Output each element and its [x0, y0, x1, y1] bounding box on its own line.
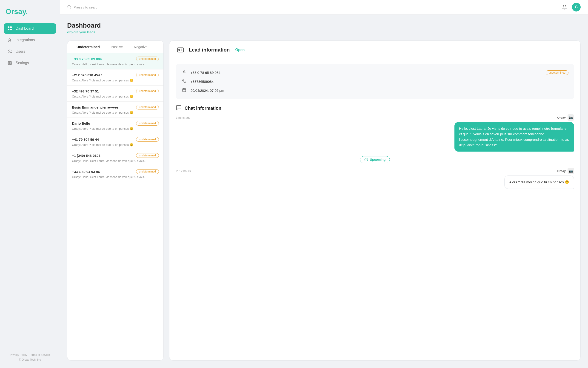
status-badge: undetermined [136, 73, 159, 77]
phone-display-row: +33 0 78 65 89 084 undetermined [181, 68, 569, 77]
status-badge: undetermined [136, 121, 159, 126]
list-item[interactable]: +33 6 80 94 93 96 undetermined Orsay: He… [67, 166, 163, 182]
svg-point-4 [9, 50, 10, 52]
chat-info-section: Chat information [169, 104, 580, 114]
svg-point-6 [68, 5, 70, 8]
chat-message-row: 3 mins ago Orsay 📷 Hello, c'est Laura! J… [176, 114, 574, 152]
lead-details-box: +33 0 78 65 89 084 undetermined +3378658… [176, 64, 574, 99]
users-icon [7, 49, 12, 54]
chat-sender: Orsay [557, 116, 566, 119]
svg-rect-2 [8, 29, 9, 30]
lead-name: +212 070 018 454 1 [72, 73, 103, 77]
list-item[interactable]: +212 070 018 454 1 undetermined Orsay: A… [67, 69, 163, 86]
date-row: 20/04/2024, 07:26 pm [181, 86, 569, 95]
tab-undetermined[interactable]: Undetermined [71, 41, 105, 53]
open-link[interactable]: Open [235, 48, 245, 52]
phone-raw-text: +33786589084 [191, 80, 569, 83]
chat-bubble-white: Alors ? dis moi ce que tu en penses 😊 [504, 175, 574, 189]
search-area[interactable]: Press / to search [67, 5, 558, 10]
lead-preview: Orsay: Alors ? dis moi ce que tu en pens… [72, 79, 159, 82]
status-badge: undetermined [136, 169, 159, 174]
user-avatar[interactable]: G [572, 3, 581, 11]
topbar: Press / to search G [60, 0, 588, 15]
leads-list: +33 0 78 65 89 084 undetermined Orsay: H… [67, 53, 163, 360]
puzzle-icon [7, 37, 12, 43]
lead-name: +33 6 80 94 93 96 [72, 170, 100, 174]
lead-preview: Orsay: Hello, c'est Laura! Je viens de v… [72, 159, 159, 163]
phone-raw-row: +33786589084 [181, 77, 569, 86]
sidebar-dashboard-label: Dashboard [16, 27, 34, 31]
info-panel: Lead information Open +33 0 78 65 89 084 [169, 40, 581, 361]
date-text: 20/04/2024, 07:26 pm [191, 89, 569, 92]
upcoming-badge: Upcoming [360, 156, 390, 163]
app-logo: Orsay. [4, 7, 56, 16]
lead-preview: Orsay: Alors ? dis moi ce que tu en pens… [72, 127, 159, 130]
chat-info-title: Chat information [185, 106, 221, 111]
page-header: Dashboard explore your leads [67, 22, 581, 34]
upcoming-label: Upcoming [370, 158, 385, 161]
next-chat-message-row: In 12 hours Orsay 📷 Alors ? dis moi ce q… [176, 168, 574, 189]
page-subtitle: explore your leads [67, 30, 581, 34]
lead-name: +32 493 70 37 51 [72, 89, 99, 93]
sidebar-integrations-label: Integrations [16, 38, 35, 42]
lead-information-header: Lead information Open [169, 41, 580, 59]
list-item[interactable]: +41 79 604 59 44 undetermined Orsay: Alo… [67, 134, 163, 150]
svg-rect-3 [10, 29, 12, 30]
list-item[interactable]: Dario Bello undetermined Orsay: Alors ? … [67, 118, 163, 134]
svg-point-9 [183, 71, 185, 72]
grid-icon [7, 26, 12, 31]
lead-name: Essis Emmanuel pierre-yves [72, 105, 119, 109]
main-content: Press / to search G Dashboard explore yo… [60, 0, 588, 368]
search-icon [67, 5, 71, 10]
tab-positive[interactable]: Positive [105, 41, 128, 53]
person-icon [181, 70, 187, 75]
tab-negative[interactable]: Negative [128, 41, 153, 53]
list-item[interactable]: +1 (240) 548-0103 undetermined Orsay: He… [67, 150, 163, 166]
chat-meta: 3 mins ago Orsay 📷 [176, 114, 574, 121]
terms-of-service-link[interactable]: Terms of Service [29, 353, 50, 357]
sidebar-item-settings[interactable]: Settings [4, 58, 56, 68]
chat-icon [176, 105, 182, 111]
notification-bell[interactable] [561, 3, 568, 11]
id-card-icon [176, 45, 185, 55]
phone-display-text: +33 0 78 65 89 084 [191, 71, 542, 74]
sidebar-users-label: Users [16, 49, 25, 54]
sidebar-footer: Privacy Policy Terms of Service © Orsay … [4, 353, 56, 362]
copyright-text: © Orsay Tech, Inc [4, 358, 56, 362]
privacy-policy-link[interactable]: Privacy Policy [10, 353, 27, 357]
leads-tabs: Undetermined Positive Negative [67, 41, 163, 53]
chat-bubble-teal: Hello, c'est Laura! Je viens de voir que… [454, 122, 574, 152]
sidebar: Orsay. Dashboard Integrations [0, 0, 60, 368]
sidebar-settings-label: Settings [16, 61, 29, 65]
sidebar-item-users[interactable]: Users [4, 46, 56, 57]
status-badge: undetermined [136, 105, 159, 110]
list-item[interactable]: +32 493 70 37 51 undetermined Orsay: Alo… [67, 86, 163, 102]
next-chat-time: In 12 hours [176, 169, 191, 173]
gear-icon [7, 61, 12, 65]
calendar-icon [181, 88, 187, 93]
camera-icon: 📷 [568, 114, 574, 121]
sidebar-item-integrations[interactable]: Integrations [4, 35, 56, 45]
camera-icon-2: 📷 [568, 168, 574, 174]
svg-point-8 [178, 49, 180, 50]
page-title: Dashboard [67, 22, 581, 29]
lead-info-title: Lead information [189, 47, 230, 53]
status-badge: undetermined [136, 56, 159, 61]
svg-rect-7 [178, 48, 184, 52]
leads-panel: Undetermined Positive Negative +33 0 78 … [67, 40, 164, 361]
list-item[interactable]: +33 0 78 65 89 084 undetermined Orsay: H… [67, 53, 163, 69]
chat-area: 3 mins ago Orsay 📷 Hello, c'est Laura! J… [169, 114, 580, 360]
next-chat-meta: In 12 hours Orsay 📷 [176, 168, 574, 174]
list-item[interactable]: Essis Emmanuel pierre-yves undetermined … [67, 102, 163, 118]
status-badge: undetermined [136, 137, 159, 142]
phone-icon [181, 79, 187, 84]
page-content: Dashboard explore your leads Undetermine… [60, 15, 588, 368]
lead-name: +41 79 604 59 44 [72, 138, 99, 141]
lead-name: +33 0 78 65 89 084 [72, 57, 102, 61]
lead-preview: Orsay: Hello, c'est Laura! Je viens de v… [72, 63, 159, 66]
next-chat-sender: Orsay [557, 169, 566, 173]
status-badge: undetermined [136, 89, 159, 93]
svg-rect-10 [183, 89, 186, 92]
sidebar-item-dashboard[interactable]: Dashboard [4, 23, 56, 34]
lead-preview: Orsay: Alors ? dis moi ce que tu en pens… [72, 111, 159, 114]
